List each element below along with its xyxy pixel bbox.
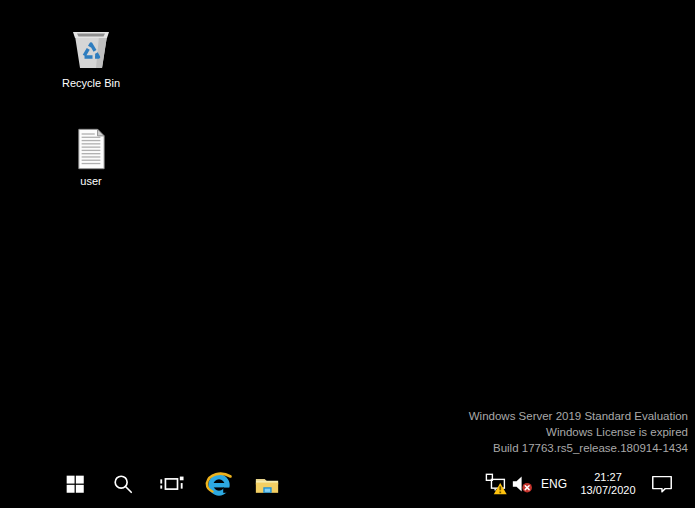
- watermark-line-edition: Windows Server 2019 Standard Evaluation: [469, 408, 688, 424]
- watermark-line-build: Build 17763.rs5_release.180914-1434: [469, 440, 688, 456]
- desktop-icon-label: Recycle Bin: [47, 77, 135, 90]
- recycle-bin-icon: [70, 26, 112, 72]
- ethernet-warning-icon: [485, 472, 509, 496]
- clock-time: 21:27: [594, 471, 622, 484]
- windows-logo-icon: [65, 474, 85, 494]
- license-watermark: Windows Server 2019 Standard Evaluation …: [469, 408, 688, 456]
- task-view-button[interactable]: [147, 460, 195, 508]
- file-explorer-icon: [254, 473, 280, 495]
- task-view-icon: [158, 472, 184, 496]
- file-explorer-button[interactable]: [243, 460, 291, 508]
- internet-explorer-button[interactable]: [195, 460, 243, 508]
- desktop-icon-user-file[interactable]: user: [47, 128, 135, 188]
- desktop-icon-recycle-bin[interactable]: Recycle Bin: [47, 26, 135, 90]
- taskbar: ENG 21:27 13/07/2020: [0, 460, 695, 508]
- internet-explorer-icon: [205, 470, 233, 498]
- language-indicator[interactable]: ENG: [536, 460, 572, 508]
- speaker-muted-icon: [511, 473, 535, 495]
- desktop-icon-label: user: [47, 175, 135, 188]
- desktop-screen: { "desktop": { "icons": [ { "label": "Re…: [0, 0, 695, 508]
- search-icon: [112, 473, 134, 495]
- volume-button[interactable]: [510, 460, 536, 508]
- text-file-icon: [76, 128, 106, 170]
- search-button[interactable]: [99, 460, 147, 508]
- show-desktop-button[interactable]: [680, 460, 695, 508]
- clock-date: 13/07/2020: [580, 484, 635, 497]
- action-center-button[interactable]: [644, 460, 680, 508]
- language-label: ENG: [541, 477, 567, 491]
- start-button[interactable]: [51, 460, 99, 508]
- clock[interactable]: 21:27 13/07/2020: [572, 460, 644, 508]
- action-center-icon: [650, 472, 674, 496]
- watermark-line-license: Windows License is expired: [469, 424, 688, 440]
- system-tray: ENG 21:27 13/07/2020: [484, 460, 695, 508]
- network-status-button[interactable]: [484, 460, 510, 508]
- taskbar-buttons: [51, 460, 291, 508]
